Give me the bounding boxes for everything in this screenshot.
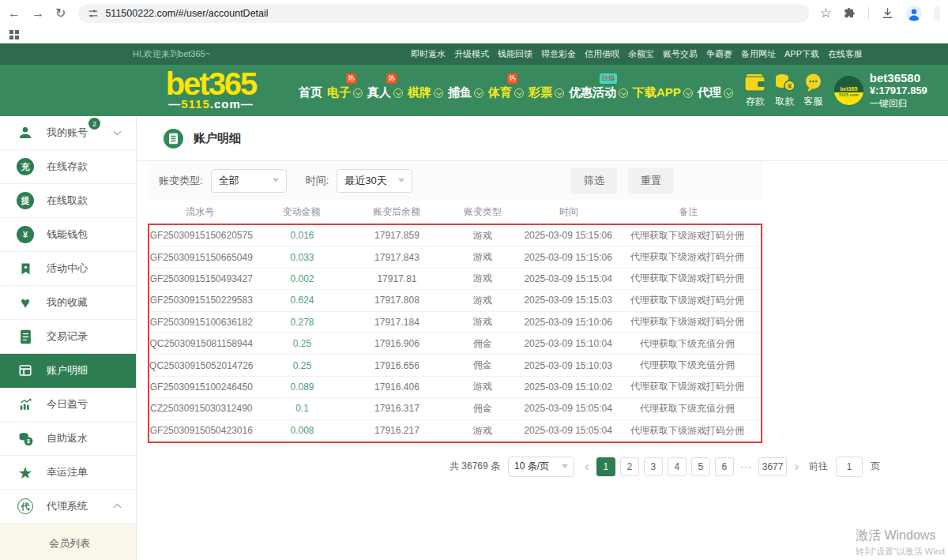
sidebar-item-my-favorites[interactable]: ♥我的收藏 bbox=[0, 286, 136, 320]
topbar-link[interactable]: 在线客服 bbox=[828, 48, 863, 60]
extensions-icon[interactable] bbox=[844, 7, 856, 20]
withdraw-button[interactable]: ¥取款 bbox=[774, 73, 796, 108]
page-button-3677[interactable]: 3677 bbox=[758, 457, 788, 476]
page-button-6[interactable]: 6 bbox=[715, 457, 734, 476]
site-logo[interactable]: bet365 —5115.com— bbox=[156, 70, 265, 111]
total-count: 共 36769 条 bbox=[450, 460, 500, 473]
topbar-link[interactable]: APP下载 bbox=[784, 48, 819, 60]
main-panel: 账户明细 账变类型: 全部 时间: 最近30天 筛选 重置 流水号变动金额账变后… bbox=[137, 116, 948, 560]
sidebar-item-label: 自助返水 bbox=[47, 431, 88, 445]
downloads-icon[interactable] bbox=[881, 6, 894, 20]
sidebar-item-online-deposit[interactable]: 充在线存款 bbox=[0, 150, 136, 184]
next-page-button[interactable]: › bbox=[792, 460, 801, 473]
sidebar-item-label: 幸运注单 bbox=[47, 465, 88, 479]
cell-type: 游戏 bbox=[443, 250, 523, 264]
sidebar-item-agent-system[interactable]: 代代理系统 bbox=[0, 490, 136, 524]
account-logo-badge: bet365 5115.com bbox=[834, 76, 863, 105]
type-select[interactable]: 全部 bbox=[211, 169, 287, 193]
sidebar-item-online-withdraw[interactable]: 提在线取款 bbox=[0, 184, 136, 218]
notification-badge: 2 bbox=[88, 118, 100, 130]
page-button-3[interactable]: 3 bbox=[644, 457, 663, 476]
page-button-4[interactable]: 4 bbox=[668, 457, 687, 476]
topbar-link[interactable]: 得意彩金 bbox=[541, 48, 576, 60]
chevron-down-icon bbox=[114, 129, 122, 137]
type-select-value: 全部 bbox=[219, 174, 239, 188]
label-text: 自助返水 bbox=[47, 432, 88, 444]
activity-icon bbox=[16, 261, 35, 276]
topbar-link[interactable]: 账号交易 bbox=[663, 48, 698, 60]
goto-page-input[interactable] bbox=[836, 457, 863, 477]
cell-balance: 17916.217 bbox=[351, 425, 442, 436]
page-button-5[interactable]: 5 bbox=[691, 457, 710, 476]
nav-item-promotions[interactable]: 劲爆优惠活动 bbox=[569, 81, 628, 100]
cell-remark: 代理获取下级游戏打码分佣 bbox=[614, 294, 761, 307]
topbar-link[interactable]: 争霸赛 bbox=[706, 48, 732, 60]
sidebar-item-activity-center[interactable]: 活动中心 bbox=[0, 252, 136, 286]
topbar-link[interactable]: 升级模式 bbox=[454, 48, 489, 60]
chevron-down-icon bbox=[683, 88, 693, 98]
nav-item-sports[interactable]: 热体育 bbox=[488, 81, 524, 100]
bookmarks-bar bbox=[0, 26, 948, 43]
topbar-link[interactable]: 信用借呗 bbox=[585, 48, 619, 60]
cell-amount: 0.1 bbox=[254, 403, 352, 414]
bookmark-star-icon[interactable]: ☆ bbox=[820, 6, 832, 20]
nav-item-fishing[interactable]: 捕鱼 bbox=[448, 81, 483, 100]
cell-remark: 代理获取下级游戏打码分佣 bbox=[614, 250, 761, 264]
reset-button[interactable]: 重置 bbox=[628, 168, 674, 194]
cell-type: 游戏 bbox=[443, 272, 523, 285]
sidebar-item-label: 我的账号2 bbox=[47, 126, 88, 140]
goto-suffix: 页 bbox=[871, 460, 880, 473]
cell-amount: 0.008 bbox=[254, 425, 352, 436]
sidebar-item-label: 交易记录 bbox=[47, 329, 88, 344]
time-select[interactable]: 最近30天 bbox=[337, 169, 412, 193]
sidebar-item-member-list[interactable]: 会员列表 bbox=[0, 524, 136, 560]
chevron-up-icon bbox=[114, 502, 122, 510]
hot-badge: 热 bbox=[386, 73, 397, 84]
page-button-1[interactable]: 1 bbox=[596, 457, 615, 476]
sidebar-item-self-rebate[interactable]: $自助返水 bbox=[0, 422, 136, 456]
profile-avatar[interactable] bbox=[906, 6, 922, 21]
site-settings-icon[interactable] bbox=[88, 8, 99, 19]
nav-item-home[interactable]: 首页 bbox=[299, 81, 322, 100]
sidebar-item-my-account[interactable]: 我的账号2 bbox=[0, 116, 136, 150]
account-info[interactable]: bet365 5115.com bet36580 ¥:17917.859 一键回… bbox=[834, 71, 927, 110]
address-bar[interactable]: 511500222.com/#/user/accountDetail bbox=[78, 4, 808, 23]
menu-partial-icon[interactable] bbox=[934, 6, 940, 21]
cell-type: 佣金 bbox=[443, 402, 523, 415]
topbar-link[interactable]: 钱能回馈 bbox=[498, 48, 532, 60]
sidebar-item-transaction-records[interactable]: 交易记录 bbox=[0, 320, 136, 354]
filter-button[interactable]: 筛选 bbox=[571, 168, 617, 194]
nav-item-chess[interactable]: 棋牌 bbox=[408, 81, 443, 100]
nav-item-lottery[interactable]: 彩票 bbox=[529, 81, 564, 100]
sidebar-item-account-detail[interactable]: 账户明细 bbox=[0, 354, 136, 388]
deposit-button[interactable]: 存款 bbox=[744, 73, 766, 108]
page-button-2[interactable]: 2 bbox=[620, 457, 639, 476]
page-size-select[interactable]: 10 条/页 bbox=[508, 457, 574, 477]
cell-amount: 0.25 bbox=[254, 338, 352, 349]
sidebar-item-qianneng-wallet[interactable]: ¥钱能钱包 bbox=[0, 218, 136, 252]
recall-balance-button[interactable]: 一键回归 bbox=[870, 97, 927, 110]
table-row: GF250309151006361820.27817917.184游戏2025-… bbox=[149, 312, 761, 333]
prev-page-button[interactable]: ‹ bbox=[582, 460, 592, 473]
topbar-link[interactable]: 备用网址 bbox=[741, 48, 776, 60]
reload-icon[interactable]: ↻ bbox=[55, 7, 66, 20]
site-topbar: HI,欢迎来到bet365~ 即时返水升级模式钱能回馈得意彩金信用借呗余额宝账号… bbox=[0, 43, 948, 65]
service-button[interactable]: 客服 bbox=[803, 73, 823, 108]
sidebar-item-lucky-bets[interactable]: ★幸运注单 bbox=[0, 456, 136, 490]
sidebar-item-today-pnl[interactable]: 今日盈亏 bbox=[0, 388, 136, 422]
apps-grid-icon[interactable] bbox=[9, 30, 19, 39]
forward-icon[interactable]: → bbox=[32, 7, 44, 20]
nav-label: 棋牌 bbox=[408, 85, 431, 100]
cell-remark: 代理获取下级充值分佣 bbox=[614, 359, 761, 372]
topbar-link[interactable]: 余额宝 bbox=[628, 48, 654, 60]
main-nav: 首页热电子热真人棋牌捕鱼热体育彩票劲爆优惠活动下载APP代理 bbox=[299, 81, 733, 100]
pager: ‹123456···3677› bbox=[582, 457, 801, 476]
nav-label: 电子 bbox=[327, 85, 351, 100]
nav-item-download-app[interactable]: 下载APP bbox=[633, 81, 693, 100]
cell-type: 游戏 bbox=[443, 315, 523, 329]
nav-item-slots[interactable]: 热电子 bbox=[327, 81, 363, 100]
topbar-link[interactable]: 即时返水 bbox=[411, 48, 446, 60]
nav-item-live[interactable]: 热真人 bbox=[367, 81, 403, 100]
back-icon[interactable]: ← bbox=[8, 7, 21, 20]
nav-item-agent[interactable]: 代理 bbox=[698, 81, 733, 100]
